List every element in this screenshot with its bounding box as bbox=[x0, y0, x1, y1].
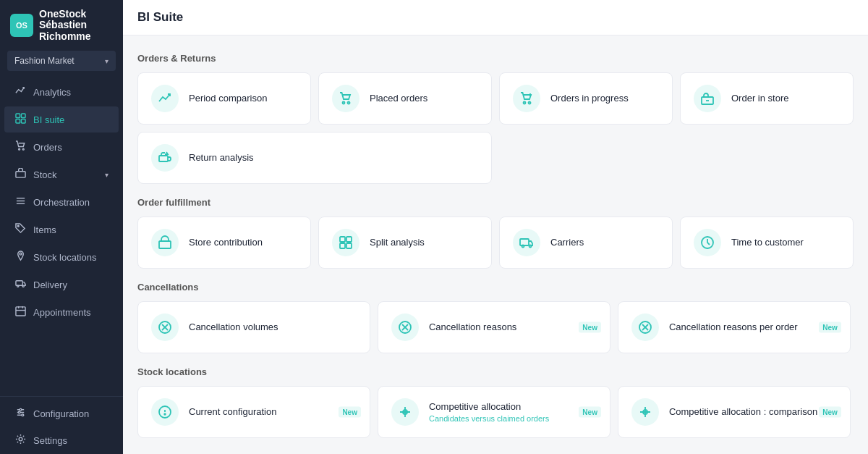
svg-point-11 bbox=[20, 253, 22, 255]
sidebar: OS OneStock Sébastien Richomme Fashion M… bbox=[0, 0, 123, 454]
order-fulfillment-cards: Store contribution Split analysis bbox=[137, 217, 854, 269]
period-comparison-label: Period comparison bbox=[189, 93, 297, 105]
sidebar-item-orders[interactable]: Orders bbox=[4, 134, 119, 160]
sidebar-item-delivery[interactable]: Delivery bbox=[4, 272, 119, 298]
carriers-label: Carriers bbox=[550, 237, 659, 249]
order-fulfillment-section: Order fulfillment Store contribution Sp bbox=[137, 197, 854, 269]
sidebar-item-orchestration[interactable]: Orchestration bbox=[4, 189, 119, 215]
svg-point-31 bbox=[524, 102, 526, 104]
order-in-store-text: Order in store bbox=[731, 93, 840, 105]
svg-point-44 bbox=[522, 245, 524, 248]
brand-text: OneStock Sébastien Richomme bbox=[39, 9, 113, 42]
competitive-allocation-subtitle: Candidates versus claimed orders bbox=[429, 414, 597, 423]
sidebar-item-bi-suite[interactable]: BI suite bbox=[4, 106, 119, 133]
svg-point-14 bbox=[22, 285, 24, 287]
card-store-contribution[interactable]: Store contribution bbox=[137, 217, 311, 269]
cancellation-reasons-badge: New bbox=[579, 322, 601, 333]
placed-orders-label: Placed orders bbox=[370, 93, 478, 105]
svg-point-4 bbox=[18, 148, 20, 150]
order-in-store-icon bbox=[694, 85, 721, 112]
svg-point-10 bbox=[17, 225, 19, 227]
carriers-icon bbox=[513, 229, 540, 256]
cancellations-cards: Cancellation volumes Cancellation reason… bbox=[137, 301, 854, 353]
sidebar-item-configuration[interactable]: Configuration bbox=[4, 400, 119, 426]
store-contribution-label: Store contribution bbox=[189, 237, 297, 249]
sidebar-item-stock[interactable]: Stock ▾ bbox=[4, 161, 119, 188]
card-time-to-customer[interactable]: Time to customer bbox=[680, 217, 854, 269]
svg-point-21 bbox=[20, 408, 22, 411]
card-carriers[interactable]: Carriers bbox=[499, 217, 673, 269]
sidebar-item-items[interactable]: Items bbox=[4, 217, 119, 243]
svg-rect-42 bbox=[346, 243, 352, 248]
placed-orders-icon bbox=[332, 85, 359, 112]
brand-name: OneStock bbox=[39, 9, 113, 20]
cancellation-reasons-order-icon bbox=[631, 314, 659, 341]
time-to-customer-text: Time to customer bbox=[731, 237, 840, 249]
svg-rect-40 bbox=[346, 237, 352, 242]
card-current-configuration[interactable]: Current configuration New bbox=[137, 386, 370, 438]
return-analysis-text: Return analysis bbox=[189, 152, 478, 164]
cancellations-title: Cancellations bbox=[137, 282, 854, 293]
sidebar-item-stock-locations[interactable]: Stock locations bbox=[4, 244, 119, 270]
orders-icon bbox=[14, 140, 26, 154]
orchestration-icon bbox=[14, 196, 26, 209]
sidebar-item-delivery-label: Delivery bbox=[33, 279, 67, 290]
store-name: Fashion Market bbox=[14, 56, 75, 66]
card-orders-in-progress[interactable]: Orders in progress bbox=[499, 72, 673, 125]
card-cancellation-reasons[interactable]: Cancellation reasons New bbox=[378, 301, 610, 353]
cancellation-volumes-icon bbox=[151, 314, 179, 341]
order-fulfillment-title: Order fulfillment bbox=[137, 197, 854, 208]
sidebar-item-settings[interactable]: Settings bbox=[4, 427, 119, 453]
svg-point-30 bbox=[348, 102, 350, 104]
logo-area: OS OneStock Sébastien Richomme bbox=[0, 0, 123, 46]
stock-locations-cards: Current configuration New Competitive al… bbox=[137, 386, 854, 438]
sidebar-item-settings-label: Settings bbox=[33, 435, 67, 446]
configuration-icon bbox=[14, 407, 26, 420]
store-contribution-text: Store contribution bbox=[189, 237, 297, 249]
return-analysis-label: Return analysis bbox=[189, 152, 478, 164]
sidebar-item-appointments[interactable]: Appointments bbox=[4, 299, 119, 325]
svg-rect-2 bbox=[15, 119, 20, 124]
split-analysis-text: Split analysis bbox=[370, 237, 478, 249]
card-competitive-allocation-comparison[interactable]: Competitive allocation : comparison New bbox=[618, 386, 851, 438]
content-area: Orders & Returns Period comparison bbox=[123, 35, 868, 454]
orders-in-progress-text: Orders in progress bbox=[550, 93, 659, 105]
cancellation-volumes-text: Cancellation volumes bbox=[189, 321, 357, 334]
card-return-analysis[interactable]: Return analysis bbox=[137, 132, 492, 184]
sidebar-item-analytics[interactable]: Analytics bbox=[4, 79, 119, 105]
card-competitive-allocation[interactable]: Competitive allocation Candidates versus… bbox=[378, 386, 610, 438]
store-selector[interactable]: Fashion Market ▾ bbox=[7, 51, 116, 71]
sidebar-item-orders-label: Orders bbox=[33, 142, 62, 153]
svg-point-58 bbox=[164, 413, 166, 415]
orders-returns-section: Orders & Returns Period comparison bbox=[137, 53, 854, 184]
svg-point-28 bbox=[19, 437, 22, 441]
time-to-customer-icon bbox=[694, 229, 721, 256]
order-in-store-label: Order in store bbox=[731, 93, 840, 105]
competitive-allocation-comparison-badge: New bbox=[819, 407, 841, 418]
svg-rect-6 bbox=[15, 172, 25, 177]
cancellation-reasons-order-badge: New bbox=[819, 322, 841, 333]
card-period-comparison[interactable]: Period comparison bbox=[137, 72, 311, 125]
stock-arrow-icon: ▾ bbox=[105, 171, 109, 179]
sidebar-item-orchestration-label: Orchestration bbox=[33, 197, 90, 208]
orders-in-progress-icon bbox=[513, 85, 540, 112]
user-name: Sébastien Richomme bbox=[39, 20, 113, 42]
card-order-in-store[interactable]: Order in store bbox=[680, 72, 854, 125]
card-cancellation-volumes[interactable]: Cancellation volumes bbox=[137, 301, 370, 353]
cancellation-reasons-text: Cancellation reasons bbox=[429, 321, 597, 334]
svg-rect-1 bbox=[21, 114, 25, 118]
period-comparison-text: Period comparison bbox=[189, 93, 297, 105]
svg-rect-43 bbox=[520, 239, 529, 245]
card-cancellation-reasons-order[interactable]: Cancellation reasons per order New bbox=[618, 301, 851, 353]
card-placed-orders[interactable]: Placed orders bbox=[318, 72, 492, 125]
stock-icon bbox=[14, 168, 26, 181]
sidebar-item-analytics-label: Analytics bbox=[33, 87, 71, 98]
cancellation-reasons-label: Cancellation reasons bbox=[429, 321, 597, 334]
current-configuration-icon bbox=[151, 398, 179, 426]
svg-point-32 bbox=[529, 102, 531, 104]
card-split-analysis[interactable]: Split analysis bbox=[318, 217, 492, 269]
sidebar-item-appointments-label: Appointments bbox=[33, 307, 91, 318]
orders-in-progress-label: Orders in progress bbox=[550, 93, 659, 105]
svg-rect-39 bbox=[340, 237, 345, 242]
competitive-allocation-text: Competitive allocation Candidates versus… bbox=[429, 401, 597, 424]
